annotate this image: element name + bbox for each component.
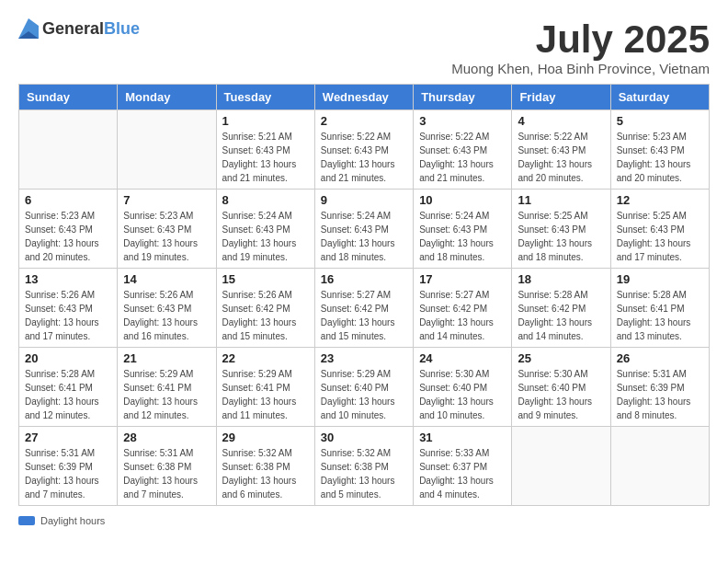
daylight-bar-icon <box>18 516 35 525</box>
calendar-table: Sunday Monday Tuesday Wednesday Thursday… <box>18 84 710 506</box>
day-number: 8 <box>222 193 309 207</box>
calendar-cell: 15Sunrise: 5:26 AMSunset: 6:42 PMDayligh… <box>216 269 314 348</box>
calendar-cell: 22Sunrise: 5:29 AMSunset: 6:41 PMDayligh… <box>216 348 314 427</box>
day-info: Sunrise: 5:26 AMSunset: 6:42 PMDaylight:… <box>222 288 309 343</box>
day-info: Sunrise: 5:26 AMSunset: 6:43 PMDaylight:… <box>123 288 210 343</box>
calendar-cell <box>118 110 216 190</box>
day-number: 23 <box>321 351 407 365</box>
calendar-cell: 7Sunrise: 5:23 AMSunset: 6:43 PMDaylight… <box>118 190 216 269</box>
day-info: Sunrise: 5:28 AMSunset: 6:41 PMDaylight:… <box>25 367 111 422</box>
day-number: 24 <box>419 351 506 365</box>
calendar-cell: 31Sunrise: 5:33 AMSunset: 6:37 PMDayligh… <box>414 427 512 506</box>
day-number: 1 <box>222 114 309 128</box>
day-number: 6 <box>25 193 111 207</box>
calendar-cell: 25Sunrise: 5:30 AMSunset: 6:40 PMDayligh… <box>512 348 610 427</box>
calendar-cell: 17Sunrise: 5:27 AMSunset: 6:42 PMDayligh… <box>414 269 512 348</box>
logo-text: GeneralBlue <box>42 19 140 39</box>
day-info: Sunrise: 5:32 AMSunset: 6:38 PMDaylight:… <box>222 446 309 501</box>
day-info: Sunrise: 5:24 AMSunset: 6:43 PMDaylight:… <box>321 209 407 264</box>
month-title: July 2025 <box>451 18 710 61</box>
day-info: Sunrise: 5:25 AMSunset: 6:43 PMDaylight:… <box>518 209 604 264</box>
calendar-cell: 12Sunrise: 5:25 AMSunset: 6:43 PMDayligh… <box>610 190 709 269</box>
day-info: Sunrise: 5:24 AMSunset: 6:43 PMDaylight:… <box>419 209 506 264</box>
day-info: Sunrise: 5:22 AMSunset: 6:43 PMDaylight:… <box>321 130 407 185</box>
header-thursday: Thursday <box>414 85 512 110</box>
header-saturday: Saturday <box>610 85 709 110</box>
calendar-cell: 10Sunrise: 5:24 AMSunset: 6:43 PMDayligh… <box>414 190 512 269</box>
calendar-cell: 28Sunrise: 5:31 AMSunset: 6:38 PMDayligh… <box>118 427 216 506</box>
day-info: Sunrise: 5:33 AMSunset: 6:37 PMDaylight:… <box>419 446 506 501</box>
day-info: Sunrise: 5:24 AMSunset: 6:43 PMDaylight:… <box>222 209 309 264</box>
calendar-cell: 5Sunrise: 5:23 AMSunset: 6:43 PMDaylight… <box>610 110 709 190</box>
calendar-week-row: 1Sunrise: 5:21 AMSunset: 6:43 PMDaylight… <box>19 110 710 190</box>
day-number: 19 <box>617 272 703 286</box>
day-info: Sunrise: 5:23 AMSunset: 6:43 PMDaylight:… <box>617 130 703 185</box>
day-info: Sunrise: 5:31 AMSunset: 6:39 PMDaylight:… <box>25 446 111 501</box>
calendar-week-row: 27Sunrise: 5:31 AMSunset: 6:39 PMDayligh… <box>19 427 710 506</box>
calendar-cell: 2Sunrise: 5:22 AMSunset: 6:43 PMDaylight… <box>314 110 413 190</box>
day-number: 30 <box>321 431 407 444</box>
day-info: Sunrise: 5:28 AMSunset: 6:41 PMDaylight:… <box>617 288 703 343</box>
day-info: Sunrise: 5:21 AMSunset: 6:43 PMDaylight:… <box>222 130 309 185</box>
day-number: 17 <box>419 272 506 286</box>
calendar-week-row: 13Sunrise: 5:26 AMSunset: 6:43 PMDayligh… <box>19 269 710 348</box>
calendar-header-row: Sunday Monday Tuesday Wednesday Thursday… <box>19 85 710 110</box>
day-number: 29 <box>222 431 309 444</box>
day-info: Sunrise: 5:23 AMSunset: 6:43 PMDaylight:… <box>25 209 111 264</box>
calendar-cell <box>610 427 709 506</box>
day-number: 11 <box>518 193 604 207</box>
calendar-week-row: 20Sunrise: 5:28 AMSunset: 6:41 PMDayligh… <box>19 348 710 427</box>
day-number: 9 <box>321 193 407 207</box>
calendar-cell: 9Sunrise: 5:24 AMSunset: 6:43 PMDaylight… <box>314 190 413 269</box>
calendar-cell: 1Sunrise: 5:21 AMSunset: 6:43 PMDaylight… <box>216 110 314 190</box>
calendar-cell: 18Sunrise: 5:28 AMSunset: 6:42 PMDayligh… <box>512 269 610 348</box>
calendar-cell: 13Sunrise: 5:26 AMSunset: 6:43 PMDayligh… <box>19 269 118 348</box>
calendar-cell: 4Sunrise: 5:22 AMSunset: 6:43 PMDaylight… <box>512 110 610 190</box>
header-friday: Friday <box>512 85 610 110</box>
day-number: 14 <box>123 272 210 286</box>
calendar-cell: 29Sunrise: 5:32 AMSunset: 6:38 PMDayligh… <box>216 427 314 506</box>
day-info: Sunrise: 5:31 AMSunset: 6:39 PMDaylight:… <box>617 367 703 422</box>
calendar-cell <box>512 427 610 506</box>
title-section: July 2025 Muong Khen, Hoa Binh Province,… <box>451 18 710 76</box>
day-info: Sunrise: 5:25 AMSunset: 6:43 PMDaylight:… <box>617 209 703 264</box>
day-number: 12 <box>617 193 703 207</box>
day-info: Sunrise: 5:32 AMSunset: 6:38 PMDaylight:… <box>321 446 407 501</box>
day-number: 4 <box>518 114 604 128</box>
day-number: 18 <box>518 272 604 286</box>
calendar-week-row: 6Sunrise: 5:23 AMSunset: 6:43 PMDaylight… <box>19 190 710 269</box>
day-info: Sunrise: 5:22 AMSunset: 6:43 PMDaylight:… <box>419 130 506 185</box>
header-tuesday: Tuesday <box>216 85 314 110</box>
logo-general: General <box>42 19 104 38</box>
calendar-cell: 19Sunrise: 5:28 AMSunset: 6:41 PMDayligh… <box>610 269 709 348</box>
day-info: Sunrise: 5:30 AMSunset: 6:40 PMDaylight:… <box>518 367 604 422</box>
calendar-cell: 16Sunrise: 5:27 AMSunset: 6:42 PMDayligh… <box>314 269 413 348</box>
calendar-cell: 3Sunrise: 5:22 AMSunset: 6:43 PMDaylight… <box>414 110 512 190</box>
day-number: 5 <box>617 114 703 128</box>
day-info: Sunrise: 5:27 AMSunset: 6:42 PMDaylight:… <box>321 288 407 343</box>
day-info: Sunrise: 5:29 AMSunset: 6:40 PMDaylight:… <box>321 367 407 422</box>
day-number: 27 <box>25 431 111 444</box>
day-number: 15 <box>222 272 309 286</box>
calendar-cell: 26Sunrise: 5:31 AMSunset: 6:39 PMDayligh… <box>610 348 709 427</box>
calendar-cell: 21Sunrise: 5:29 AMSunset: 6:41 PMDayligh… <box>118 348 216 427</box>
day-number: 22 <box>222 351 309 365</box>
day-info: Sunrise: 5:28 AMSunset: 6:42 PMDaylight:… <box>518 288 604 343</box>
header-wednesday: Wednesday <box>314 85 413 110</box>
day-info: Sunrise: 5:29 AMSunset: 6:41 PMDaylight:… <box>222 367 309 422</box>
day-number: 10 <box>419 193 506 207</box>
calendar-cell: 14Sunrise: 5:26 AMSunset: 6:43 PMDayligh… <box>118 269 216 348</box>
day-number: 21 <box>123 351 210 365</box>
logo-icon <box>18 18 39 39</box>
calendar-cell: 11Sunrise: 5:25 AMSunset: 6:43 PMDayligh… <box>512 190 610 269</box>
calendar-cell: 20Sunrise: 5:28 AMSunset: 6:41 PMDayligh… <box>19 348 118 427</box>
day-number: 7 <box>123 193 210 207</box>
day-number: 2 <box>321 114 407 128</box>
day-info: Sunrise: 5:31 AMSunset: 6:38 PMDaylight:… <box>123 446 210 501</box>
day-number: 31 <box>419 431 506 444</box>
day-info: Sunrise: 5:26 AMSunset: 6:43 PMDaylight:… <box>25 288 111 343</box>
day-number: 25 <box>518 351 604 365</box>
day-info: Sunrise: 5:27 AMSunset: 6:42 PMDaylight:… <box>419 288 506 343</box>
footer-label: Daylight hours <box>40 515 105 526</box>
calendar-cell: 30Sunrise: 5:32 AMSunset: 6:38 PMDayligh… <box>314 427 413 506</box>
